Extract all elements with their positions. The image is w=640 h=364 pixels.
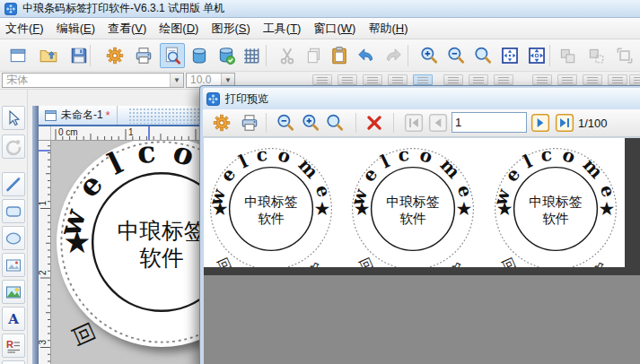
svg-text:1: 1 (128, 127, 134, 137)
ellipse-tool-icon (4, 230, 22, 247)
fit-window-icon (500, 46, 520, 65)
image-tool-button[interactable] (2, 253, 25, 277)
format-tool-icon[interactable] (608, 74, 627, 85)
chevron-down-icon[interactable]: ▼ (170, 74, 183, 87)
paste-button[interactable] (327, 43, 352, 68)
svg-text:★: ★ (212, 198, 229, 219)
zoom-out-button[interactable] (443, 43, 469, 68)
ruler-corner (39, 126, 51, 141)
zoom-in-button[interactable] (416, 43, 442, 68)
svg-text:1: 1 (39, 201, 48, 206)
database-connect-button[interactable] (214, 43, 239, 68)
next-page-button[interactable] (529, 111, 552, 134)
zoom-out-icon (276, 113, 295, 133)
menu-f[interactable]: 文件(F) (2, 19, 48, 39)
undo-button[interactable] (354, 43, 379, 68)
zoom-out-button[interactable] (274, 111, 297, 134)
new-document-button[interactable] (5, 43, 31, 68)
open-file-icon (39, 46, 58, 65)
print-button[interactable] (131, 43, 156, 68)
zoom-button[interactable] (470, 43, 495, 68)
stamp-label-preview: welcome回馈最珍贵的客户★★中琅标签软件 (208, 146, 334, 267)
menu-w[interactable]: 窗口(W) (310, 19, 359, 39)
format-tool-icon[interactable] (469, 74, 488, 85)
group-button (555, 43, 580, 68)
menu-h[interactable]: 帮助(H) (364, 19, 411, 39)
rich-text-tool-button[interactable]: R (2, 334, 25, 358)
last-page-button[interactable] (553, 111, 576, 134)
format-tool-icon[interactable] (494, 74, 513, 85)
picture-tool-button[interactable] (2, 280, 25, 304)
toolbar-separator (266, 113, 267, 133)
save-button[interactable] (66, 43, 92, 68)
first-page-button (402, 111, 425, 134)
zoom-in-button[interactable] (299, 111, 322, 134)
close-preview-button[interactable] (363, 111, 386, 134)
format-tool-icon[interactable] (583, 74, 602, 85)
toolbar-separator (549, 45, 550, 66)
app-icon (206, 92, 220, 106)
svg-text:★: ★ (354, 198, 371, 219)
svg-text:软件: 软件 (542, 211, 569, 227)
prev-page-icon (428, 113, 448, 133)
zoom-icon (473, 46, 493, 65)
print-icon (240, 113, 259, 133)
format-tool-icon[interactable] (629, 74, 640, 85)
grid-settings-button[interactable] (239, 43, 264, 68)
svg-text:★: ★ (598, 198, 615, 219)
font-family-combo[interactable]: 宋体 ▼ (2, 73, 184, 88)
document-tab[interactable]: 未命名-1 * (39, 106, 118, 125)
svg-text:回馈最珍贵的客户: 回馈最珍贵的客户 (214, 256, 328, 267)
format-tool-icon[interactable] (557, 74, 577, 85)
menu-d[interactable]: 绘图(D) (155, 19, 202, 39)
menu-e[interactable]: 编辑(E) (53, 19, 99, 39)
menu-t[interactable]: 工具(T) (259, 19, 305, 39)
rich-text-tool-icon: R (4, 337, 22, 355)
format-tool-icon[interactable] (338, 74, 357, 85)
format-tool-icon[interactable] (363, 74, 382, 85)
document-icon (45, 110, 57, 121)
format-tool-icon[interactable] (443, 74, 463, 85)
select-tool-icon (4, 109, 22, 127)
line-tool-button[interactable] (2, 172, 25, 196)
svg-text:中琅标签: 中琅标签 (529, 194, 583, 210)
svg-text:A: A (7, 311, 19, 327)
format-tool-icon[interactable] (532, 74, 552, 85)
database-button[interactable] (187, 43, 212, 68)
rounded-rect-tool-button[interactable] (2, 199, 25, 223)
page-setup-button[interactable] (210, 111, 233, 134)
zoom-button[interactable] (323, 111, 346, 134)
fit-page-button[interactable] (524, 43, 549, 68)
dialog-title: 打印预览 (225, 91, 268, 107)
svg-text:回馈最珍贵的客户: 回馈最珍贵的客户 (355, 256, 469, 267)
print-preview-dialog: 打印预览 1/100 welcome回馈最珍贵的客户★★中琅标签软件welcom… (199, 85, 640, 364)
format-tool-icon[interactable] (388, 74, 408, 85)
format-tool-icon[interactable] (312, 74, 332, 85)
ungroup-button (583, 43, 609, 68)
format-tool-icon[interactable] (413, 74, 433, 85)
print-button[interactable] (238, 111, 261, 134)
ellipse-tool-button[interactable] (2, 226, 25, 250)
print-preview-button[interactable] (160, 43, 185, 68)
shape-tool-button[interactable] (2, 360, 25, 364)
text-tool-button[interactable]: A (2, 307, 25, 331)
database-icon (189, 46, 209, 65)
menu-s[interactable]: 图形(S) (207, 19, 253, 39)
main-toolbar (0, 39, 640, 72)
document-modified-marker: * (106, 109, 110, 122)
print-preview-icon (162, 46, 182, 65)
toolbar-separator (355, 113, 356, 133)
select-tool-button[interactable] (2, 106, 25, 130)
page-number-input[interactable] (452, 112, 527, 133)
first-page-icon (404, 113, 424, 133)
menu-v[interactable]: 查看(V) (104, 19, 150, 39)
group-icon (557, 46, 577, 65)
page-shadow (625, 138, 640, 275)
open-file-button[interactable] (36, 43, 61, 68)
stamp-label-preview: welcome回馈最珍贵的客户★★中琅标签软件 (493, 146, 618, 267)
save-icon (69, 46, 89, 65)
line-tool-icon (4, 176, 22, 194)
zoom-in-icon (301, 113, 320, 133)
settings-button[interactable] (102, 43, 127, 68)
fit-window-button[interactable] (497, 43, 522, 68)
